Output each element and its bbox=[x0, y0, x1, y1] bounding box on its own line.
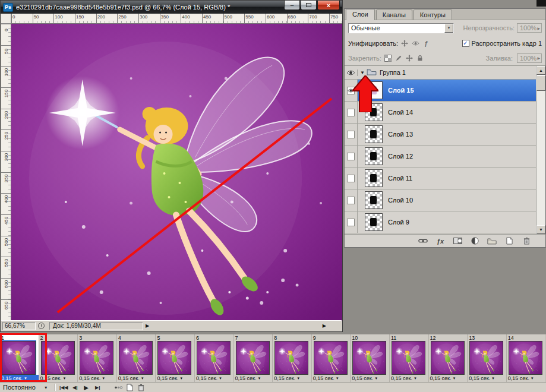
link-layers-icon[interactable] bbox=[418, 236, 428, 246]
fill-field[interactable]: 100% ▶ bbox=[517, 53, 542, 63]
unify-position-icon[interactable] bbox=[400, 39, 409, 48]
animation-frame[interactable]: 110,15 сек.▼ bbox=[390, 334, 429, 382]
frame-thumbnail[interactable] bbox=[431, 341, 465, 375]
layer-visibility-toggle[interactable] bbox=[345, 102, 358, 123]
layer-visibility-toggle[interactable] bbox=[345, 211, 358, 233]
tween-button[interactable] bbox=[113, 383, 124, 392]
new-group-icon[interactable] bbox=[487, 236, 497, 246]
layer-row[interactable]: Слой 10 bbox=[345, 189, 536, 211]
animation-frame[interactable]: 60,15 сек.▼ bbox=[195, 334, 234, 382]
frame-thumbnail[interactable] bbox=[157, 341, 191, 375]
layer-thumbnail[interactable] bbox=[365, 169, 383, 187]
scroll-down-icon[interactable]: ▼ bbox=[536, 225, 545, 234]
layer-row[interactable]: Слой 14 bbox=[345, 102, 536, 124]
frame-delay-select[interactable]: 0,15 сек.▼ bbox=[312, 375, 351, 382]
new-layer-icon[interactable] bbox=[504, 236, 514, 246]
layer-row[interactable]: Слой 13 bbox=[345, 124, 536, 146]
frame-delay-select[interactable]: 0,15 сек.▼ bbox=[0, 375, 39, 382]
zoom-level-field[interactable]: 66,67% bbox=[2, 322, 36, 330]
animation-frame[interactable]: 120,15 сек.▼ bbox=[429, 334, 468, 382]
scroll-up-icon[interactable]: ▲ bbox=[536, 66, 545, 75]
frame-delay-select[interactable]: 0,15 сек.▼ bbox=[156, 375, 194, 382]
frame-thumbnail[interactable] bbox=[236, 341, 270, 375]
animation-frame[interactable]: 40,15 сек.▼ bbox=[117, 334, 156, 382]
frame-delay-select[interactable]: 0,15 сек.▼ bbox=[351, 375, 389, 382]
frame-thumbnail[interactable] bbox=[352, 341, 386, 375]
opacity-slider-arrow-icon[interactable]: ▶ bbox=[537, 26, 540, 30]
next-frame-button[interactable]: ▶| bbox=[92, 383, 103, 392]
group-expander-triangle-icon[interactable]: ▼ bbox=[360, 70, 365, 75]
propagate-frame-checkbox[interactable]: ✓ bbox=[462, 40, 469, 47]
animation-frame[interactable]: 140,15 сек.▼ bbox=[507, 334, 546, 382]
frame-thumbnail[interactable] bbox=[2, 341, 36, 375]
lock-all-icon[interactable] bbox=[415, 53, 425, 63]
frame-thumbnail[interactable] bbox=[314, 341, 348, 375]
document-size-info[interactable]: Док: 1,69М/30,4М bbox=[49, 322, 143, 330]
layer-row[interactable]: Слой 11 bbox=[345, 167, 536, 189]
frame-delay-select[interactable]: 0,15 сек.▼ bbox=[39, 375, 78, 382]
animation-frame[interactable]: 130,15 сек.▼ bbox=[468, 334, 507, 382]
layer-style-icon[interactable]: ƒx bbox=[435, 236, 445, 246]
document-titlebar[interactable]: Ps e3210291db7caae998bd548e5b91e7f3.psd … bbox=[1, 1, 342, 14]
maximize-button[interactable] bbox=[301, 1, 317, 10]
frame-thumbnail[interactable] bbox=[41, 341, 75, 375]
play-button[interactable]: ▶ bbox=[81, 383, 92, 392]
lock-position-icon[interactable] bbox=[405, 53, 414, 63]
status-right-arrow-icon[interactable]: ▶ bbox=[323, 323, 326, 328]
frame-thumbnail[interactable] bbox=[197, 341, 231, 375]
frame-delay-select[interactable]: 0,15 сек.▼ bbox=[78, 375, 116, 382]
delete-layer-icon[interactable] bbox=[522, 236, 531, 246]
frame-thumbnail[interactable] bbox=[392, 341, 425, 375]
frame-thumbnail[interactable] bbox=[80, 341, 113, 375]
lock-transparency-icon[interactable] bbox=[383, 53, 393, 63]
group-visibility-toggle[interactable] bbox=[345, 69, 358, 76]
layer-row[interactable]: Слой 9 bbox=[345, 211, 536, 233]
animation-frame[interactable]: 100,15 сек.▼ bbox=[351, 334, 390, 382]
layer-thumbnail[interactable] bbox=[365, 103, 383, 121]
delete-frame-button[interactable] bbox=[135, 383, 147, 392]
layer-visibility-toggle[interactable] bbox=[345, 167, 358, 189]
close-button[interactable]: × bbox=[317, 1, 340, 10]
layer-mask-icon[interactable] bbox=[453, 236, 462, 246]
layer-visibility-toggle[interactable] bbox=[345, 189, 358, 211]
animation-frame[interactable]: 70,15 сек.▼ bbox=[234, 334, 273, 382]
layer-row[interactable]: Слой 12 bbox=[345, 146, 536, 167]
unify-visibility-icon[interactable] bbox=[411, 39, 420, 48]
frame-delay-select[interactable]: 0,15 сек.▼ bbox=[429, 375, 468, 382]
group-row[interactable]: ▼ Группа 1 bbox=[345, 66, 536, 80]
layer-thumbnail[interactable] bbox=[365, 213, 383, 231]
tab-layers[interactable]: Слои bbox=[346, 9, 375, 20]
frame-delay-select[interactable]: 0,15 сек.▼ bbox=[234, 375, 273, 382]
frame-thumbnail[interactable] bbox=[274, 341, 308, 375]
frame-delay-select[interactable]: 0,15 сек.▼ bbox=[390, 375, 428, 382]
chevron-down-icon[interactable]: ▼ bbox=[444, 24, 453, 33]
animation-frame[interactable]: 20,15 сек.▼ bbox=[39, 334, 78, 382]
frame-delay-select[interactable]: 0,15 сек.▼ bbox=[117, 375, 156, 382]
lock-paint-icon[interactable] bbox=[394, 53, 403, 63]
blend-mode-select[interactable]: Обычные ▼ bbox=[348, 23, 454, 33]
layer-visibility-toggle[interactable] bbox=[345, 80, 358, 101]
layer-visibility-toggle[interactable] bbox=[345, 124, 358, 145]
animation-frame[interactable]: 80,15 сек.▼ bbox=[273, 334, 312, 382]
layer-thumbnail[interactable] bbox=[365, 191, 383, 209]
frame-delay-select[interactable]: 0,15 сек.▼ bbox=[273, 375, 311, 382]
opacity-field[interactable]: 100% ▶ bbox=[517, 23, 542, 33]
layer-thumbnail[interactable] bbox=[365, 81, 383, 99]
tab-channels[interactable]: Каналы bbox=[376, 10, 412, 20]
frame-thumbnail[interactable] bbox=[119, 341, 153, 375]
first-frame-button[interactable]: |◀◀ bbox=[58, 383, 70, 392]
scrollbar-thumb[interactable] bbox=[536, 75, 545, 91]
animation-frame[interactable]: 10,15 сек.▼ bbox=[0, 334, 39, 382]
layer-thumbnail[interactable] bbox=[365, 147, 383, 165]
animation-frame[interactable]: 30,15 сек.▼ bbox=[78, 334, 117, 382]
status-menu-arrow-icon[interactable]: ▶ bbox=[146, 323, 149, 328]
loop-mode-select[interactable]: Постоянно ▼ bbox=[0, 384, 52, 391]
layer-row[interactable]: Слой 15 bbox=[345, 80, 536, 102]
animation-frame[interactable]: 90,15 сек.▼ bbox=[312, 334, 351, 382]
frame-thumbnail[interactable] bbox=[509, 341, 542, 375]
adjustment-layer-icon[interactable] bbox=[470, 236, 479, 246]
minimize-button[interactable]: – bbox=[284, 1, 300, 10]
previous-frame-button[interactable]: ◀| bbox=[70, 383, 81, 392]
tab-paths[interactable]: Контуры bbox=[414, 10, 452, 20]
fill-slider-arrow-icon[interactable]: ▶ bbox=[537, 56, 540, 60]
